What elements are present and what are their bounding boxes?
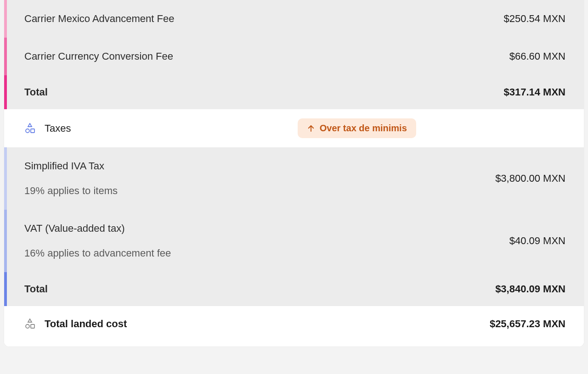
fee-amount: $66.60 MXN xyxy=(509,50,565,62)
shapes-icon xyxy=(24,123,35,134)
fee-amount: $250.54 MXN xyxy=(503,13,565,25)
shapes-icon xyxy=(24,318,35,329)
total-amount: $317.14 MXN xyxy=(503,86,565,98)
fee-row: Carrier Mexico Advancement Fee $250.54 M… xyxy=(4,0,584,38)
tax-deminimis-badge: Over tax de minimis xyxy=(298,118,416,138)
total-landed-cost-label: Total landed cost xyxy=(45,318,127,330)
fee-label: Carrier Currency Conversion Fee xyxy=(24,50,173,62)
taxes-header: Taxes Over tax de minimis xyxy=(4,109,584,147)
tax-label: VAT (Value-added tax) xyxy=(24,223,171,234)
badge-text: Over tax de minimis xyxy=(320,123,407,134)
svg-marker-0 xyxy=(28,123,32,127)
svg-marker-4 xyxy=(28,319,32,322)
fee-row: Carrier Currency Conversion Fee $66.60 M… xyxy=(4,38,584,75)
tax-row: Simplified IVA Tax 19% applies to items … xyxy=(4,147,584,210)
carrier-fees-section: Carrier Mexico Advancement Fee $250.54 M… xyxy=(4,0,584,109)
landed-cost-breakdown: Carrier Mexico Advancement Fee $250.54 M… xyxy=(4,0,584,347)
taxes-title-group: Taxes xyxy=(24,123,71,134)
total-landed-cost-amount: $25,657.23 MXN xyxy=(490,318,565,330)
taxes-section: Simplified IVA Tax 19% applies to items … xyxy=(4,147,584,306)
tax-total-row: Total $3,840.09 MXN xyxy=(4,272,584,306)
accent-bar xyxy=(4,272,7,306)
tax-sublabel: 19% applies to items xyxy=(24,185,118,197)
tax-label: Simplified IVA Tax xyxy=(24,160,118,172)
total-landed-cost-row: Total landed cost $25,657.23 MXN xyxy=(4,306,584,346)
arrow-up-icon xyxy=(307,124,315,133)
svg-rect-2 xyxy=(31,129,34,133)
svg-point-5 xyxy=(26,324,29,328)
accent-bar xyxy=(4,38,7,75)
fee-label: Carrier Mexico Advancement Fee xyxy=(24,13,174,25)
taxes-title: Taxes xyxy=(45,123,71,134)
total-label: Total xyxy=(24,86,48,98)
total-label: Total xyxy=(24,283,48,295)
accent-bar xyxy=(4,210,7,272)
tax-sublabel: 16% applies to advancement fee xyxy=(24,247,171,259)
svg-rect-6 xyxy=(31,324,34,328)
accent-bar xyxy=(4,75,7,109)
tax-row: VAT (Value-added tax) 16% applies to adv… xyxy=(4,210,584,272)
tax-amount: $40.09 MXN xyxy=(509,235,565,247)
fee-total-row: Total $317.14 MXN xyxy=(4,75,584,109)
accent-bar xyxy=(4,0,7,38)
total-amount: $3,840.09 MXN xyxy=(495,283,565,295)
tax-amount: $3,800.00 MXN xyxy=(495,173,565,184)
svg-point-1 xyxy=(26,129,29,133)
accent-bar xyxy=(4,147,7,210)
